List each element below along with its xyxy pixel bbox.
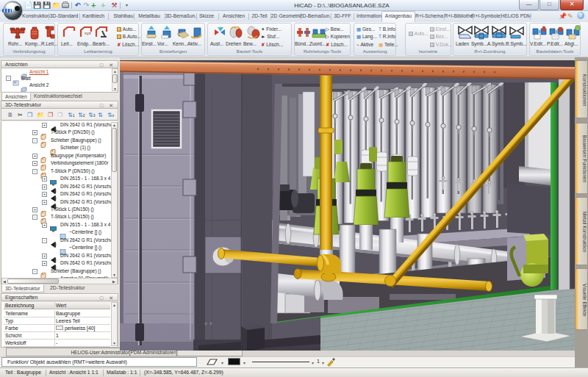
svg-text:Y: Y: [204, 322, 207, 326]
svg-text:xyz: xyz: [85, 31, 91, 35]
svg-text:T: T: [209, 322, 212, 326]
